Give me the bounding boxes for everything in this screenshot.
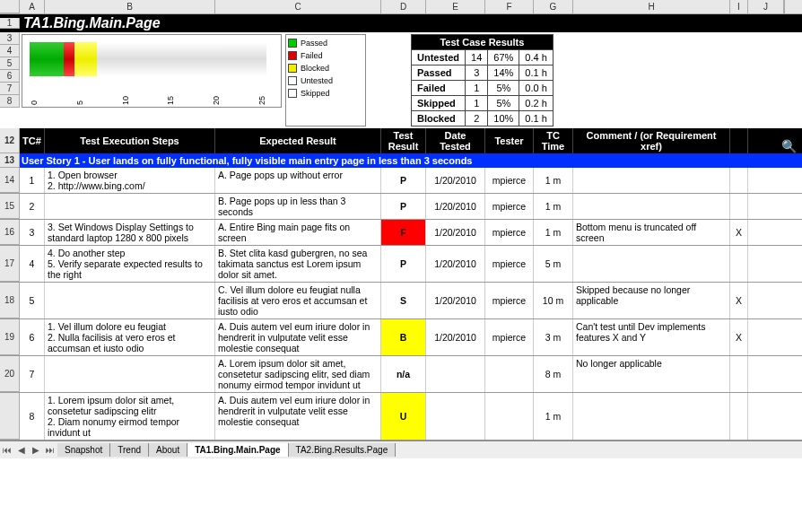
- tab-ta1-bing-main-page[interactable]: TA1.Bing.Main.Page: [187, 443, 288, 457]
- user-story-row: 13 User Story 1 - User lands on fully fu…: [0, 153, 802, 168]
- sheet-tabs: ⏮ ◀ ▶ ⏭ SnapshotTrendAboutTA1.Bing.Main.…: [0, 440, 802, 458]
- col-header-E[interactable]: E: [426, 0, 485, 13]
- results-title: Test Case Results: [412, 35, 554, 50]
- col-expected[interactable]: Expected Result: [215, 128, 381, 153]
- col-date[interactable]: Date Tested: [426, 128, 485, 153]
- legend-untested: Untested: [288, 74, 363, 87]
- col-tc[interactable]: TC#: [20, 128, 45, 153]
- table-row: 1744. Do another step 5. Verify separate…: [0, 246, 802, 283]
- chart-seg-blocked: [74, 42, 97, 76]
- results-row-passed: Passed314%0.1 h: [412, 65, 554, 81]
- chart-seg-passed: [30, 42, 64, 76]
- table-row: 152B. Page pops up in less than 3 second…: [0, 194, 802, 220]
- legend-passed: Passed: [288, 37, 363, 49]
- col-header-G[interactable]: G: [534, 0, 573, 13]
- table-row: 1961. Vel illum dolore eu feugiat 2. Nul…: [0, 319, 802, 356]
- chart-seg-failed: [64, 42, 75, 76]
- table-header: 12 TC# Test Execution Steps Expected Res…: [0, 128, 802, 153]
- col-result[interactable]: Test Result: [381, 128, 426, 153]
- stacked-bar-chart: 0510152025: [22, 34, 282, 108]
- page-title: TA1.Bing.Main.Page: [20, 15, 161, 31]
- col-header-C[interactable]: C: [215, 0, 381, 13]
- row-number[interactable]: 1: [0, 18, 20, 29]
- results-row-blocked: Blocked210%0.1 h: [412, 111, 554, 126]
- legend-skipped: Skipped: [288, 87, 363, 100]
- table-row: 81. Lorem ipsum dolor sit amet, consetet…: [0, 393, 802, 440]
- tab-prev-icon[interactable]: ◀: [14, 445, 29, 455]
- chart-legend: PassedFailedBlockedUntestedSkipped: [285, 34, 366, 126]
- legend-failed: Failed: [288, 49, 363, 62]
- col-tester[interactable]: Tester: [485, 128, 534, 153]
- results-row-skipped: Skipped15%0.2 h: [412, 96, 554, 111]
- tab-first-icon[interactable]: ⏮: [0, 445, 14, 455]
- results-table: Test Case Results Untested1467%0.4 hPass…: [411, 34, 554, 126]
- col-time[interactable]: TC Time: [534, 128, 573, 153]
- table-row: 1633. Set Windows Display Settings to st…: [0, 220, 802, 246]
- tab-ta2-bing-results-page[interactable]: TA2.Bing.Results.Page: [289, 443, 397, 457]
- column-headers: ABCDEFGHIJ: [0, 0, 802, 14]
- col-header-D[interactable]: D: [381, 0, 426, 13]
- chart-seg-untested: [97, 42, 255, 76]
- test-steps-grid: 1411. Open browser 2. http://www.bing.co…: [0, 168, 802, 440]
- results-row-untested: Untested1467%0.4 h: [412, 50, 554, 65]
- summary-area: 3 4 5 6 7 8 0510152025 PassedFailedBlock…: [0, 32, 802, 128]
- title-row: 1 TA1.Bing.Main.Page: [0, 14, 802, 32]
- col-header-F[interactable]: F: [485, 0, 534, 13]
- chart-seg-skipped: [255, 42, 266, 76]
- tab-trend[interactable]: Trend: [110, 443, 149, 457]
- col-comment[interactable]: Comment / (or Requirement xref): [573, 128, 730, 153]
- col-header-B[interactable]: B: [45, 0, 215, 13]
- table-row: 207A. Lorem ipsum dolor sit amet, conset…: [0, 356, 802, 393]
- user-story-text[interactable]: User Story 1 - User lands on fully funct…: [20, 153, 802, 168]
- tab-about[interactable]: About: [149, 443, 187, 457]
- spreadsheet: ABCDEFGHIJ 1 TA1.Bing.Main.Page 3 4 5 6 …: [0, 0, 802, 458]
- col-header-I[interactable]: I: [730, 0, 748, 13]
- tab-snapshot[interactable]: Snapshot: [57, 443, 110, 457]
- legend-blocked: Blocked: [288, 62, 363, 74]
- tab-last-icon[interactable]: ⏭: [43, 445, 57, 455]
- search-icon[interactable]: 🔍: [781, 139, 797, 153]
- col-header-J[interactable]: J: [748, 0, 784, 13]
- corner-cell[interactable]: [0, 0, 20, 13]
- table-row: 1411. Open browser 2. http://www.bing.co…: [0, 168, 802, 194]
- col-header-A[interactable]: A: [20, 0, 45, 13]
- tab-next-icon[interactable]: ▶: [29, 445, 43, 455]
- table-row: 185C. Vel illum dolore eu feugiat nulla …: [0, 283, 802, 319]
- results-row-failed: Failed15%0.0 h: [412, 81, 554, 96]
- col-header-H[interactable]: H: [573, 0, 730, 13]
- col-steps[interactable]: Test Execution Steps: [45, 128, 215, 153]
